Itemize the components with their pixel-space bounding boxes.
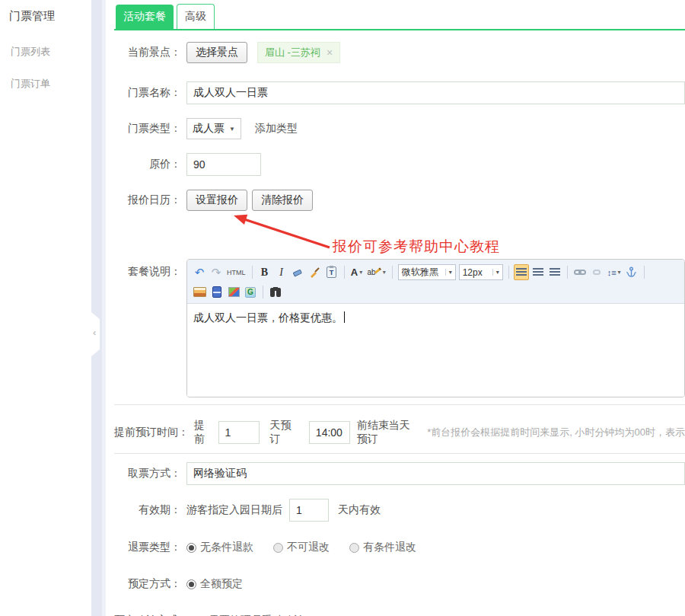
original-price-label: 原价： — [149, 158, 181, 171]
html-source-icon[interactable]: HTML — [225, 264, 247, 280]
add-type-link[interactable]: 添加类型 — [255, 122, 298, 136]
main-panel: 活动套餐 高级 当前景点： 选择景点 眉山 -三苏祠 × 门票名称： 门票类型：… — [114, 0, 685, 616]
eraser-icon[interactable] — [291, 264, 306, 280]
tab-advanced[interactable]: 高级 — [177, 4, 215, 29]
advance-days-input[interactable] — [218, 421, 260, 444]
insert-map-icon[interactable]: G — [243, 284, 258, 300]
chevron-down-icon: ▾ — [445, 269, 452, 276]
scenic-tag: 眉山 -三苏祠 × — [257, 42, 340, 63]
radio-on-icon — [186, 543, 196, 553]
annotation-text: 报价可参考帮助中心教程 — [333, 237, 500, 257]
sidebar: 门票管理 门票列表 门票订单 — [0, 0, 91, 616]
ticket-name-label: 门票名称： — [128, 86, 181, 100]
advance-booking-label: 提前预订时间： — [114, 426, 189, 439]
advance-prefix: 提前 — [194, 419, 212, 446]
font-color-icon[interactable]: A ▾ — [349, 264, 365, 280]
radio-off-icon — [273, 543, 283, 553]
text-cursor — [344, 311, 345, 323]
italic-icon[interactable]: I — [274, 264, 289, 280]
clear-quote-button[interactable]: 清除报价 — [252, 190, 313, 211]
find-replace-icon[interactable] — [268, 284, 283, 300]
insert-link-icon[interactable] — [572, 264, 588, 280]
package-description-label: 套餐说明： — [128, 265, 181, 279]
scenic-tag-label: 眉山 -三苏祠 — [265, 46, 320, 59]
validity-days-input[interactable] — [289, 499, 329, 522]
line-height-icon[interactable]: ↕≡ ▾ — [606, 264, 623, 280]
remove-link-icon[interactable] — [589, 264, 604, 280]
tab-activity-package[interactable]: 活动套餐 — [116, 5, 174, 29]
pickup-method-input[interactable] — [186, 462, 685, 485]
radio-full-payment[interactable]: 全额预定 — [186, 577, 243, 591]
chevron-left-icon[interactable]: ‹ — [93, 327, 96, 338]
sidebar-title: 门票管理 — [9, 9, 91, 24]
align-center-icon[interactable] — [530, 264, 546, 280]
section-divider — [114, 404, 685, 405]
radio-no-refund[interactable]: 不可退改 — [273, 541, 330, 554]
chevron-down-icon: ▾ — [492, 269, 499, 276]
editor-toolbar: ↶ ↷ HTML B I T A ▾ — [187, 260, 684, 304]
ticket-type-select[interactable]: 成人票 ▼ — [186, 118, 241, 139]
editor-text: 成人双人一日票，价格更优惠。 — [193, 311, 342, 324]
advance-time-input[interactable] — [309, 421, 350, 444]
ticket-type-label: 门票类型： — [128, 122, 181, 136]
original-price-input[interactable] — [186, 153, 261, 176]
tag-remove-icon[interactable]: × — [327, 46, 333, 59]
chevron-down-icon: ▼ — [229, 126, 235, 132]
ticket-name-input[interactable] — [186, 81, 685, 104]
sidebar-item-ticket-list[interactable]: 门票列表 — [11, 45, 91, 59]
paste-text-icon[interactable]: T — [324, 264, 339, 280]
row-validity: 有效期： 游客指定入园日期后 天内有效 — [114, 499, 685, 522]
advance-suffix: 前结束当天预订 — [357, 419, 419, 446]
sidebar-divider-strip-light — [102, 0, 106, 616]
ticket-type-selected: 成人票 — [193, 122, 225, 136]
row-current-scenic: 当前景点： 选择景点 眉山 -三苏祠 × — [114, 42, 685, 63]
annotation-zone: 报价可参考帮助中心教程 — [114, 211, 685, 259]
pickup-method-label: 取票方式： — [128, 467, 181, 480]
highlight-color-icon[interactable]: ab ▾ — [366, 264, 387, 280]
row-package-description: 套餐说明： ↶ ↷ HTML B I T — [114, 259, 685, 397]
row-pickup-method: 取票方式： — [114, 462, 685, 485]
radio-on-icon — [186, 579, 196, 589]
bold-icon[interactable]: B — [257, 264, 272, 280]
row-refund-type: 退票类型： 无条件退款 不可退改 有条件退改 — [114, 541, 685, 554]
radio-conditional-refund[interactable]: 有条件退改 — [349, 541, 416, 554]
format-brush-icon[interactable] — [307, 264, 323, 280]
advance-note: *前台报价会根据提前时间来显示, 小时分钟均为00时，表示 — [427, 426, 685, 439]
editor-content-area[interactable]: 成人双人一日票，价格更优惠。 — [187, 304, 684, 397]
insert-media-icon[interactable] — [226, 284, 241, 300]
validity-prefix: 游客指定入园日期后 — [186, 503, 282, 517]
row-ticket-type: 门票类型： 成人票 ▼ 添加类型 — [114, 118, 685, 139]
tab-bar: 活动套餐 高级 — [114, 4, 685, 30]
radio-off-icon — [349, 543, 359, 553]
row-booking-method: 预定方式： 全额预定 — [114, 577, 685, 591]
sidebar-divider-strip — [91, 0, 102, 616]
advance-mid: 天预订 — [270, 419, 297, 446]
red-arrow-icon — [228, 212, 335, 251]
insert-video-icon[interactable] — [209, 284, 225, 300]
quote-calendar-label: 报价日历： — [128, 193, 181, 207]
refund-type-label: 退票类型： — [128, 541, 181, 554]
section-divider — [114, 453, 685, 454]
validity-suffix: 天内有效 — [338, 503, 381, 517]
rich-text-editor: ↶ ↷ HTML B I T A ▾ — [186, 259, 685, 397]
font-size-select[interactable]: 12px ▾ — [459, 264, 503, 280]
undo-icon[interactable]: ↶ — [192, 264, 207, 280]
align-left-icon[interactable] — [514, 264, 529, 280]
row-advance-booking: 提前预订时间： 提前 天预订 前结束当天预订 *前台报价会根据提前时间来显示, … — [114, 419, 685, 446]
current-scenic-label: 当前景点： — [128, 46, 181, 59]
row-original-price: 原价： — [114, 153, 685, 176]
choose-scenic-button[interactable]: 选择景点 — [186, 42, 247, 63]
align-right-icon[interactable] — [547, 264, 562, 280]
booking-method-label: 预定方式： — [128, 577, 181, 591]
redo-icon[interactable]: ↷ — [209, 264, 224, 280]
validity-label: 有效期： — [139, 503, 181, 517]
row-quote-calendar: 报价日历： 设置报价 清除报价 — [114, 190, 685, 211]
insert-image-icon[interactable] — [192, 284, 208, 300]
sidebar-item-ticket-orders[interactable]: 门票订单 — [11, 77, 91, 91]
row-ticket-name: 门票名称： — [114, 81, 685, 104]
font-family-select[interactable]: 微软雅黑 ▾ — [398, 264, 456, 280]
set-quote-button[interactable]: 设置报价 — [186, 190, 247, 211]
anchor-icon[interactable] — [624, 264, 639, 280]
radio-unconditional-refund[interactable]: 无条件退款 — [186, 541, 253, 554]
